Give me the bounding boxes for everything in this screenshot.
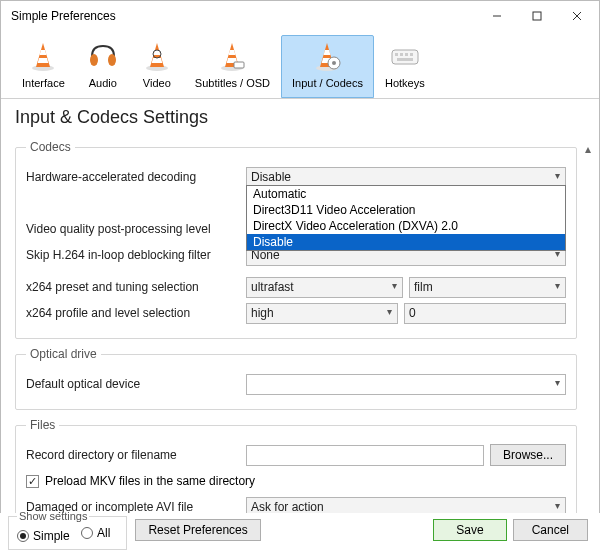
scroll-track[interactable] bbox=[585, 156, 591, 518]
hw-decoding-label: Hardware-accelerated decoding bbox=[26, 170, 246, 184]
svg-rect-26 bbox=[392, 50, 418, 64]
maximize-button[interactable] bbox=[517, 2, 557, 30]
x264-profile-label: x264 profile and level selection bbox=[26, 306, 246, 320]
x264-tune-select[interactable]: film bbox=[409, 277, 566, 298]
hw-decoding-dropdown[interactable]: Automatic Direct3D11 Video Acceleration … bbox=[246, 185, 566, 251]
titlebar: Simple Preferences bbox=[1, 1, 599, 31]
svg-marker-7 bbox=[38, 58, 49, 63]
radio-simple[interactable]: Simple bbox=[17, 529, 70, 543]
record-label: Record directory or filename bbox=[26, 448, 246, 462]
category-tabs: InterfaceAudioVideoSubtitles / OSDInput … bbox=[1, 31, 599, 99]
tab-icon bbox=[27, 40, 59, 75]
radio-icon bbox=[81, 527, 93, 539]
tab-label: Subtitles / OSD bbox=[195, 77, 270, 89]
browse-button[interactable]: Browse... bbox=[490, 444, 566, 466]
page-title: Input & Codecs Settings bbox=[1, 99, 599, 138]
svg-rect-29 bbox=[405, 53, 408, 56]
svg-rect-27 bbox=[395, 53, 398, 56]
svg-marker-22 bbox=[324, 50, 331, 55]
svg-rect-1 bbox=[533, 12, 541, 20]
x264-level-input[interactable] bbox=[404, 303, 566, 324]
tab-interface[interactable]: Interface bbox=[11, 35, 76, 98]
tab-icon bbox=[389, 40, 421, 75]
record-input[interactable] bbox=[246, 445, 484, 466]
tab-icon bbox=[87, 40, 119, 75]
optical-device-label: Default optical device bbox=[26, 377, 246, 391]
x264-preset-select[interactable]: ultrafast bbox=[246, 277, 403, 298]
preload-label: Preload MKV files in the same directory bbox=[45, 474, 255, 488]
tab-audio[interactable]: Audio bbox=[76, 35, 130, 98]
dropdown-option[interactable]: DirectX Video Acceleration (DXVA) 2.0 bbox=[247, 218, 565, 234]
x264-profile-select[interactable]: high bbox=[246, 303, 398, 324]
checkbox-icon bbox=[26, 475, 39, 488]
tab-label: Video bbox=[143, 77, 171, 89]
vq-label: Video quality post-processing level bbox=[26, 222, 246, 236]
tab-label: Input / Codecs bbox=[292, 77, 363, 89]
svg-rect-31 bbox=[397, 58, 413, 61]
tab-input-codecs[interactable]: Input / Codecs bbox=[281, 35, 374, 98]
tab-label: Interface bbox=[22, 77, 65, 89]
group-legend: Files bbox=[26, 418, 59, 432]
settings-pane: Codecs Hardware-accelerated decoding Dis… bbox=[1, 138, 599, 536]
reset-button[interactable]: Reset Preferences bbox=[135, 519, 260, 541]
svg-marker-17 bbox=[229, 50, 236, 55]
group-optical: Optical drive Default optical device bbox=[15, 347, 577, 410]
save-button[interactable]: Save bbox=[433, 519, 506, 541]
show-settings-legend: Show settings bbox=[17, 510, 89, 522]
dropdown-option[interactable]: Direct3D11 Video Acceleration bbox=[247, 202, 565, 218]
dropdown-option[interactable]: Automatic bbox=[247, 186, 565, 202]
cancel-button[interactable]: Cancel bbox=[513, 519, 588, 541]
close-button[interactable] bbox=[557, 2, 597, 30]
group-legend: Optical drive bbox=[26, 347, 101, 361]
scroll-up-icon[interactable]: ▴ bbox=[581, 142, 595, 156]
dropdown-option-selected[interactable]: Disable bbox=[247, 234, 565, 250]
tab-hotkeys[interactable]: Hotkeys bbox=[374, 35, 436, 98]
radio-icon bbox=[17, 530, 29, 542]
svg-rect-30 bbox=[410, 53, 413, 56]
tab-label: Audio bbox=[89, 77, 117, 89]
vertical-scrollbar[interactable]: ▴ ▾ bbox=[581, 142, 595, 532]
group-codecs: Codecs Hardware-accelerated decoding Dis… bbox=[15, 140, 577, 339]
radio-all[interactable]: All bbox=[81, 526, 110, 540]
tab-video[interactable]: Video bbox=[130, 35, 184, 98]
skip-h264-label: Skip H.264 in-loop deblocking filter bbox=[26, 248, 246, 262]
svg-point-25 bbox=[332, 61, 336, 65]
svg-rect-28 bbox=[400, 53, 403, 56]
optical-device-select[interactable] bbox=[246, 374, 566, 395]
tab-icon bbox=[216, 40, 248, 75]
x264-preset-label: x264 preset and tuning selection bbox=[26, 280, 246, 294]
tab-icon bbox=[311, 40, 343, 75]
svg-marker-6 bbox=[40, 50, 47, 55]
group-legend: Codecs bbox=[26, 140, 75, 154]
footer: Show settings Simple All Reset Preferenc… bbox=[0, 513, 600, 553]
window-title: Simple Preferences bbox=[11, 9, 477, 23]
minimize-button[interactable] bbox=[477, 2, 517, 30]
tab-icon bbox=[141, 40, 173, 75]
preload-checkbox[interactable]: Preload MKV files in the same directory bbox=[26, 474, 255, 488]
tab-subtitles-osd[interactable]: Subtitles / OSD bbox=[184, 35, 281, 98]
svg-rect-19 bbox=[234, 62, 244, 68]
svg-marker-13 bbox=[152, 58, 163, 63]
tab-label: Hotkeys bbox=[385, 77, 425, 89]
show-settings-group: Show settings Simple All bbox=[8, 510, 127, 550]
svg-point-9 bbox=[108, 54, 116, 66]
svg-point-8 bbox=[90, 54, 98, 66]
